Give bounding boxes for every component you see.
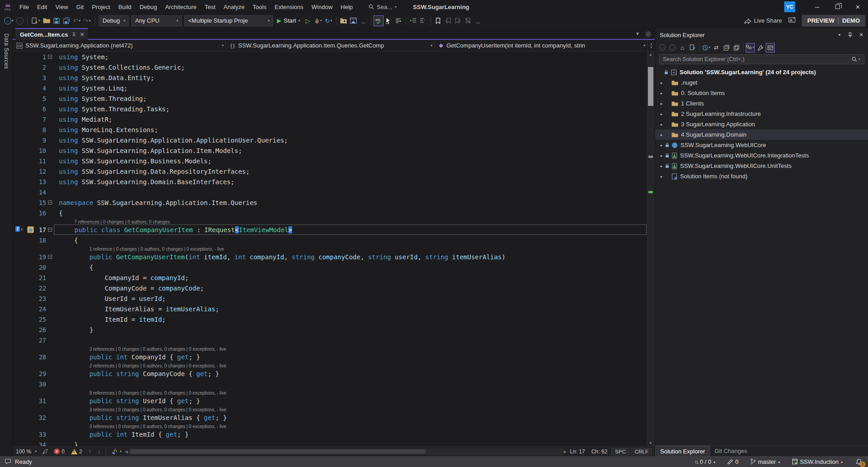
clear-bookmarks-button[interactable] xyxy=(463,15,473,26)
menu-item-tools[interactable]: Tools xyxy=(249,0,270,14)
find-in-files-button[interactable] xyxy=(339,15,349,26)
expander-icon[interactable]: ▸ xyxy=(658,112,665,116)
scroll-up-icon[interactable]: ▲ xyxy=(647,52,655,57)
hot-reload-button[interactable]: ▾ xyxy=(313,15,323,26)
menu-item-architecture[interactable]: Architecture xyxy=(161,0,201,14)
branch-selector[interactable]: master▴ xyxy=(750,458,780,465)
previous-issue-button[interactable]: ↑ xyxy=(85,448,94,455)
expander-icon[interactable]: ▸ xyxy=(658,101,665,106)
bottom-tab-git-changes[interactable]: Git Changes xyxy=(710,446,752,456)
startup-project-dropdown[interactable]: <Multiple Startup Proje▾ xyxy=(184,15,273,26)
code-line-27[interactable]: 27 xyxy=(13,335,647,345)
fold-margin[interactable]: − xyxy=(46,228,54,232)
code-line-15[interactable]: 15−namespace SSW.SugarLearning.Applicati… xyxy=(13,197,647,208)
expander-icon[interactable]: ▸ xyxy=(658,143,665,148)
code-line-12[interactable]: 12using SSW.SugarLearning.Data.Repositor… xyxy=(13,166,647,176)
collapse-all-button[interactable] xyxy=(722,43,731,52)
fold-margin[interactable]: − xyxy=(46,200,54,205)
pending-changes-filter-button[interactable]: ▾ xyxy=(702,43,711,52)
expander-icon[interactable]: ▸ xyxy=(658,153,665,158)
code-line-18[interactable]: 18 { xyxy=(13,235,647,245)
code-line-10[interactable]: 10using SSW.SugarLearning.Application.It… xyxy=(13,145,647,156)
close-button[interactable]: ✕ xyxy=(848,0,868,14)
open-file-button[interactable] xyxy=(42,15,52,26)
tree-item[interactable]: ▸1 Clients xyxy=(655,98,868,109)
editor-options-gear-icon[interactable] xyxy=(645,31,651,37)
code-line-33[interactable]: 33 public int ItemId { get; } xyxy=(13,429,647,439)
codelens-annotation[interactable]: 7 references | 0 changes | 0 authors, 0 … xyxy=(13,218,647,224)
code-line-17[interactable]: I↑17− public class GetCompanyUserItem : … xyxy=(13,224,647,235)
fold-margin[interactable]: − xyxy=(46,255,54,259)
member-dropdown[interactable]: GetCompanyUserItem(int itemId, int compa… xyxy=(435,40,647,51)
notifications-button[interactable]: 1 xyxy=(854,457,863,466)
expander-icon[interactable]: ▸ xyxy=(658,81,665,85)
navigate-forward-button[interactable]: → xyxy=(15,15,25,26)
start-without-debugging-button[interactable]: ▷ xyxy=(303,15,313,26)
vertical-scrollbar-thumb[interactable] xyxy=(648,67,653,106)
code-line-4[interactable]: 4using System.Linq; xyxy=(13,83,647,93)
platform-dropdown[interactable]: Any CPU▾ xyxy=(131,15,182,26)
horizontal-scrollbar-thumb[interactable] xyxy=(130,449,426,454)
sync-selection-button[interactable]: ⇄ xyxy=(712,43,721,52)
scroll-down-icon[interactable]: ▼ xyxy=(647,441,655,445)
code-line-2[interactable]: 2using System.Collections.Generic; xyxy=(13,62,647,72)
menu-item-build[interactable]: Build xyxy=(114,0,135,14)
save-all-button[interactable] xyxy=(62,15,72,26)
tree-item[interactable]: ▸2 SugarLearning.Infrastructure xyxy=(655,109,868,119)
spell-checker-toggle[interactable]: abc xyxy=(374,15,384,26)
toolbar-overflow-2[interactable]: ▁ xyxy=(473,15,483,26)
code-line-24[interactable]: 24 ItemUserAlias = itemUserAlias; xyxy=(13,304,647,314)
menu-item-file[interactable]: File xyxy=(15,0,33,14)
next-bookmark-button[interactable] xyxy=(453,15,463,26)
code-cleanup-button[interactable]: ▾ xyxy=(108,448,125,455)
menu-item-analyze[interactable]: Analyze xyxy=(220,0,249,14)
preview-selected-items-button[interactable] xyxy=(766,43,775,52)
code-line-32[interactable]: 32 public string ItemUserAlias { get; } xyxy=(13,412,647,423)
bottom-tab-solution-explorer[interactable]: Solution Explorer xyxy=(655,446,710,456)
expander-icon[interactable]: ▸ xyxy=(658,91,665,95)
redo-button[interactable]: ↷▾ xyxy=(82,15,92,26)
menu-item-help[interactable]: Help xyxy=(336,0,357,14)
comment-lines-button[interactable]: " xyxy=(418,15,428,26)
menu-item-extensions[interactable]: Extensions xyxy=(270,0,307,14)
document-tab[interactable]: GetCom...Item.cs ⊼ ✕ xyxy=(15,28,88,40)
solution-explorer-search[interactable]: Search Solution Explorer (Ctrl+;) ▾ xyxy=(659,54,864,64)
home-button[interactable]: ⌂ xyxy=(678,43,687,52)
code-line-22[interactable]: 22 CompanyCode = companyCode; xyxy=(13,283,647,293)
tree-item[interactable]: ▸0. Solution Items xyxy=(655,88,868,98)
user-avatar[interactable]: YC xyxy=(784,1,795,12)
sync-with-active-document-button[interactable] xyxy=(688,43,697,52)
close-tab-icon[interactable]: ✕ xyxy=(80,31,84,38)
menu-item-window[interactable]: Window xyxy=(307,0,336,14)
code-line-30[interactable]: 30 xyxy=(13,379,647,389)
navigate-to-cursor-button[interactable] xyxy=(384,15,393,26)
line-indicator[interactable]: Ln: 17 xyxy=(567,448,588,455)
minimize-button[interactable]: ─ xyxy=(807,0,827,14)
code-line-29[interactable]: 29 public string CompanyCode { get; } xyxy=(13,368,647,379)
warning-count[interactable]: 2 xyxy=(68,448,86,455)
project-dropdown[interactable]: C# SSW.SugarLearning.Application (net472… xyxy=(13,40,225,51)
split-window-grip[interactable]: ▪─▪ xyxy=(647,40,655,51)
tree-item[interactable]: ▸SSW.SugarLearning.WebUICore xyxy=(655,140,868,150)
codelens-annotation[interactable]: 2 references | 0 changes | 0 authors, 0 … xyxy=(13,362,647,368)
document-health-icon[interactable] xyxy=(42,448,48,455)
codelens-annotation[interactable]: 1 reference | 0 changes | 0 authors, 0 c… xyxy=(13,245,647,252)
tab-list-dropdown-icon[interactable]: ▼ xyxy=(635,31,640,37)
menu-item-view[interactable]: View xyxy=(51,0,72,14)
show-all-files-button[interactable] xyxy=(732,43,741,52)
code-line-9[interactable]: 9using SSW.SugarLearning.Application.App… xyxy=(13,135,647,145)
menu-item-edit[interactable]: Edit xyxy=(33,0,51,14)
search-dropdown-caret[interactable]: ▾ xyxy=(395,5,397,9)
restore-button[interactable] xyxy=(827,0,848,14)
menu-item-test[interactable]: Test xyxy=(201,0,220,14)
code-line-5[interactable]: 5using System.Threading; xyxy=(13,93,647,104)
menu-item-debug[interactable]: Debug xyxy=(135,0,161,14)
code-line-23[interactable]: 23 UserId = userId; xyxy=(13,293,647,304)
code-line-8[interactable]: 8using MoreLinq.Extensions; xyxy=(13,124,647,135)
spaces-indicator[interactable]: SPC xyxy=(611,448,629,455)
toolbar-overflow[interactable]: ▁ xyxy=(359,15,369,26)
expander-icon[interactable]: ▸ xyxy=(658,122,665,127)
code-line-16[interactable]: 16{ xyxy=(13,208,647,218)
pin-icon[interactable] xyxy=(848,32,853,38)
tree-item[interactable]: ▸.nuget xyxy=(655,77,868,88)
